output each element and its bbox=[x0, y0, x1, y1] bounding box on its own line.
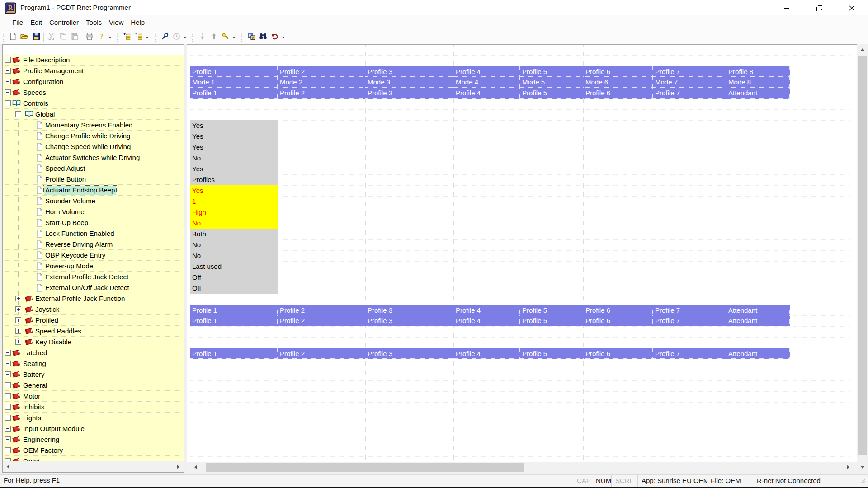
tree-item-profiled[interactable]: Profiled bbox=[35, 316, 58, 325]
tree-item-inhibits[interactable]: Inhibits bbox=[23, 403, 45, 412]
tree-item-speeds[interactable]: Speeds bbox=[23, 88, 46, 97]
expand-plus-box[interactable] bbox=[5, 382, 11, 388]
tree-item-file-description[interactable]: File Description bbox=[23, 56, 70, 65]
tree-item-horn-volume[interactable]: Horn Volume bbox=[45, 207, 85, 216]
tree-item-lock-function-enabled[interactable]: Lock Function Enabled bbox=[45, 229, 114, 238]
tree-item-reverse-driving-alarm[interactable]: Reverse Driving Alarm bbox=[45, 240, 113, 249]
keys-button[interactable] bbox=[220, 31, 231, 43]
tree-item-configuration[interactable]: Configuration bbox=[23, 77, 63, 86]
wrench-button[interactable] bbox=[159, 31, 170, 43]
expand-plus-box[interactable] bbox=[5, 361, 11, 366]
profile-header-cell[interactable]: Profile 8 bbox=[726, 66, 790, 77]
profile-header-cell[interactable]: Mode 7 bbox=[653, 77, 726, 88]
expand-plus-box[interactable] bbox=[15, 328, 21, 334]
profile-row-cell[interactable]: Profile 7 bbox=[653, 315, 726, 326]
profile-header-cell[interactable]: Profile 2 bbox=[278, 88, 365, 99]
menu-controller[interactable]: Controller bbox=[46, 19, 82, 26]
tree-item-latched[interactable]: Latched bbox=[23, 348, 47, 357]
profile-header-cell[interactable]: Attendant bbox=[726, 88, 790, 99]
parameter-value-cell[interactable]: Yes bbox=[190, 185, 278, 196]
tree-item-power-up-mode[interactable]: Power-up Mode bbox=[45, 262, 93, 271]
profile-header-cell[interactable]: Profile 6 bbox=[583, 88, 653, 99]
profile-header-cell[interactable]: Mode 1 bbox=[190, 77, 278, 88]
profile-header-cell[interactable]: Profile 1 bbox=[190, 88, 278, 99]
tree-item-change-speed-while-driving[interactable]: Change Speed while Driving bbox=[45, 142, 131, 151]
expand-plus-box[interactable] bbox=[5, 68, 11, 74]
profile-header-cell[interactable]: Profile 2 bbox=[278, 66, 365, 77]
collapse-minus-box[interactable] bbox=[15, 111, 21, 117]
close-button[interactable] bbox=[841, 0, 863, 16]
tree-item-seating[interactable]: Seating bbox=[23, 359, 46, 368]
toolbar-overflow-arrow[interactable] bbox=[145, 31, 150, 43]
parameter-value-cell[interactable]: Yes bbox=[190, 142, 278, 153]
profile-row-cell[interactable]: Profile 2 bbox=[278, 348, 365, 359]
collapse-minus-box[interactable] bbox=[5, 100, 11, 106]
menu-file[interactable]: File bbox=[9, 19, 27, 26]
menu-edit[interactable]: Edit bbox=[27, 19, 46, 26]
undo-button[interactable] bbox=[269, 31, 281, 43]
expand-plus-box[interactable] bbox=[5, 447, 11, 453]
tree-item-speed-adjust[interactable]: Speed Adjust bbox=[45, 164, 85, 173]
toolbar-overflow-arrow[interactable] bbox=[182, 31, 188, 43]
profile-row-cell[interactable]: Profile 3 bbox=[365, 315, 453, 326]
profile-row-cell[interactable]: Profile 4 bbox=[453, 315, 520, 326]
tree-item-engineering[interactable]: Engineering bbox=[23, 435, 59, 444]
tree-item-change-profile-while-driving[interactable]: Change Profile while Driving bbox=[45, 131, 130, 141]
tree-item-obp-keycode-entry[interactable]: OBP Keycode Entry bbox=[45, 251, 105, 260]
parameter-value-cell[interactable]: 1 bbox=[190, 196, 278, 207]
tree-item-actuator-switches-while-driving[interactable]: Actuator Switches while Driving bbox=[45, 153, 140, 162]
collapse-tree-button[interactable] bbox=[133, 31, 145, 43]
save-button[interactable] bbox=[30, 31, 42, 43]
profile-header-cell[interactable]: Profile 7 bbox=[653, 66, 726, 77]
expand-plus-box[interactable] bbox=[5, 57, 11, 63]
help-button[interactable]: ? bbox=[95, 31, 107, 43]
profile-row-cell[interactable]: Profile 6 bbox=[583, 305, 653, 315]
tree-hscroll-right-arrow[interactable] bbox=[173, 461, 184, 472]
parameter-value-cell[interactable]: No bbox=[190, 250, 278, 261]
tree-item-actuator-endstop-beep[interactable]: Actuator Endstop Beep bbox=[44, 186, 116, 195]
tree-item-omni[interactable]: Omni bbox=[23, 457, 39, 461]
print-button[interactable] bbox=[84, 31, 95, 43]
clock-button[interactable] bbox=[170, 31, 182, 43]
profile-header-cell[interactable]: Mode 3 bbox=[365, 77, 453, 88]
tree-item-input-output-module[interactable]: Input Output Module bbox=[23, 424, 85, 433]
parameter-value-cell[interactable]: Last used bbox=[190, 261, 278, 272]
profile-row-cell[interactable]: Profile 7 bbox=[653, 305, 726, 315]
tree-item-external-profile-jack-detect[interactable]: External Profile Jack Detect bbox=[45, 272, 128, 282]
profile-row-cell[interactable]: Profile 5 bbox=[520, 315, 583, 326]
profile-row-cell[interactable]: Profile 2 bbox=[278, 315, 365, 326]
expand-plus-box[interactable] bbox=[5, 79, 11, 84]
toolbar-overflow-arrow[interactable] bbox=[281, 31, 286, 43]
tree-item-speed-paddles[interactable]: Speed Paddles bbox=[35, 327, 81, 336]
profile-row-cell[interactable]: Profile 3 bbox=[365, 305, 453, 315]
parameter-value-cell[interactable]: Off bbox=[190, 283, 278, 294]
open-folder-button[interactable] bbox=[19, 31, 30, 43]
tree-item-profile-button[interactable]: Profile Button bbox=[45, 175, 86, 184]
expand-tree-button[interactable] bbox=[121, 31, 133, 43]
restore-button[interactable] bbox=[808, 0, 830, 16]
expand-plus-box[interactable] bbox=[5, 426, 11, 432]
parameter-value-cell[interactable]: No bbox=[190, 218, 278, 229]
profile-row-cell[interactable]: Profile 5 bbox=[520, 348, 583, 359]
grid-hscroll-right-arrow[interactable] bbox=[843, 462, 854, 473]
profile-header-cell[interactable]: Profile 3 bbox=[365, 88, 453, 99]
tree-item-external-on-off-jack-detect[interactable]: External On/Off Jack Detect bbox=[45, 283, 129, 292]
profile-row-cell[interactable]: Profile 1 bbox=[190, 305, 278, 315]
profile-row-cell[interactable]: Profile 4 bbox=[453, 348, 520, 359]
tree-item-sounder-volume[interactable]: Sounder Volume bbox=[45, 197, 95, 206]
cut-button[interactable] bbox=[45, 31, 57, 43]
profile-row-cell[interactable]: Profile 5 bbox=[520, 305, 583, 315]
menu-tools[interactable]: Tools bbox=[82, 19, 105, 26]
profile-header-cell[interactable]: Mode 5 bbox=[520, 77, 583, 88]
profile-row-cell[interactable]: Attendant bbox=[726, 315, 790, 326]
menu-help[interactable]: Help bbox=[127, 19, 148, 26]
parameter-value-cell[interactable]: Profiles bbox=[190, 174, 278, 185]
grid-hscroll-thumb[interactable] bbox=[206, 463, 524, 472]
tree-item-oem-factory[interactable]: OEM Factory bbox=[23, 446, 63, 455]
profile-header-cell[interactable]: Profile 3 bbox=[365, 66, 453, 77]
tree-item-motor[interactable]: Motor bbox=[23, 392, 40, 401]
download-arrow-button[interactable] bbox=[196, 31, 208, 43]
tree-item-profile-management[interactable]: Profile Management bbox=[23, 66, 84, 75]
tree-item-lights[interactable]: Lights bbox=[23, 413, 41, 422]
tree-item-key-disable[interactable]: Key Disable bbox=[35, 338, 71, 347]
